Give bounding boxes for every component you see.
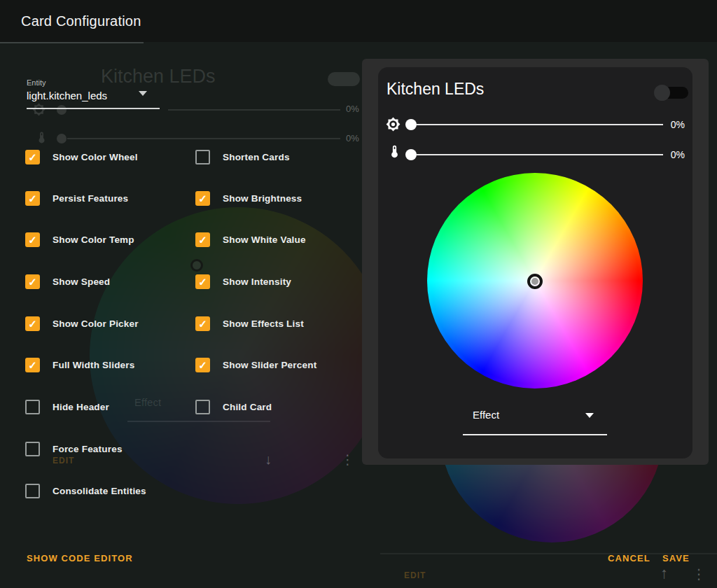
preview-panel: Kitchen LEDs 0% 0% (362, 59, 709, 465)
background-brightness-icon (32, 103, 46, 116)
checkbox-unchecked[interactable] (25, 484, 40, 498)
checkbox-label: Consolidate Entities (53, 486, 146, 496)
dialog-header: Card Configuration (0, 0, 717, 42)
entity-select[interactable]: light.kitchen_leds (27, 90, 107, 102)
checkbox-unchecked[interactable] (25, 442, 40, 456)
background-more-vert-icon: ⋮ (341, 451, 354, 468)
background-edit-button: EDIT (53, 456, 74, 465)
background-brightness-value: 0% (346, 104, 359, 114)
checkbox-checked[interactable]: ✓ (195, 191, 210, 206)
color-temp-slider-thumb[interactable] (405, 149, 417, 160)
checkbox-label: Show Slider Percent (223, 360, 316, 370)
header-scroll-indicator (0, 42, 144, 43)
checkbox-row-shorten-cards[interactable]: Shorten Cards (195, 149, 290, 164)
background-color-temp-track (67, 138, 340, 139)
color-wheel-cursor-dot (531, 278, 538, 285)
background-effect-underline (127, 421, 270, 422)
checkbox-checked[interactable]: ✓ (25, 358, 40, 372)
color-temp-value: 0% (657, 149, 685, 160)
checkbox-label: Show Color Picker (53, 318, 139, 329)
entity-field-label: Entity (27, 78, 46, 87)
background-down-arrow-icon: ↓ (265, 451, 272, 468)
checkbox-row-show-color-wheel[interactable]: ✓ Show Color Wheel (25, 149, 138, 164)
checkbox-row-consolidate-entities[interactable]: Consolidate Entities (25, 483, 146, 498)
background-wheel-cursor-icon (190, 259, 203, 272)
effect-dropdown-arrow-icon[interactable] (585, 413, 594, 418)
thermometer-icon (387, 144, 402, 159)
light-toggle[interactable] (654, 84, 690, 102)
checkbox-label: Shorten Cards (223, 152, 290, 162)
checkbox-row-hide-header[interactable]: Hide Header (25, 399, 109, 414)
checkbox-label: Show White Value (223, 234, 306, 245)
background-brightness-track (168, 109, 340, 111)
brightness-value: 0% (657, 119, 685, 130)
background-card-title: Kitchen LEDs (101, 66, 216, 88)
color-wheel-cursor-icon[interactable] (527, 274, 543, 289)
background-edit-button-right: EDIT (404, 570, 426, 580)
checkbox-row-show-color-temp[interactable]: ✓ Show Color Temp (25, 232, 134, 247)
checkbox-checked[interactable]: ✓ (25, 232, 40, 247)
checkbox-checked[interactable]: ✓ (25, 191, 40, 206)
checkbox-checked[interactable]: ✓ (195, 232, 210, 247)
effect-select[interactable]: Effect (473, 409, 499, 421)
background-toggle (328, 72, 360, 86)
checkbox-row-full-width-sliders[interactable]: ✓ Full Width Sliders (25, 357, 134, 372)
checkbox-checked[interactable]: ✓ (195, 358, 210, 372)
checkbox-row-show-color-picker[interactable]: ✓ Show Color Picker (25, 316, 139, 331)
entity-field-underline (27, 108, 160, 109)
toggle-knob[interactable] (654, 85, 670, 101)
checkbox-row-force-features[interactable]: Force Features (25, 441, 123, 456)
checkbox-checked[interactable]: ✓ (25, 150, 40, 164)
checkbox-label: Show Effects List (223, 318, 304, 329)
background-more-vert-icon-right: ⋮ (692, 566, 706, 582)
checkbox-checked[interactable]: ✓ (195, 274, 210, 289)
checkbox-label: Show Intensity (223, 276, 291, 287)
checkbox-label: Show Speed (53, 276, 110, 287)
checkbox-row-show-white-value[interactable]: ✓ Show White Value (195, 232, 306, 247)
checkbox-label: Hide Header (53, 402, 109, 412)
checkbox-label: Show Color Temp (53, 234, 134, 245)
show-code-editor-button[interactable]: SHOW CODE EDITOR (27, 553, 133, 564)
background-effect-label: Effect (134, 396, 161, 408)
checkbox-row-persist-features[interactable]: ✓ Persist Features (25, 190, 128, 206)
preview-card: Kitchen LEDs 0% 0% (378, 67, 692, 458)
checkbox-label: Full Width Sliders (53, 360, 134, 370)
background-brightness-thumb (57, 105, 67, 115)
background-up-arrow-icon: ↑ (660, 564, 668, 582)
preview-card-title: Kitchen LEDs (387, 80, 484, 99)
checkbox-checked[interactable]: ✓ (195, 316, 210, 331)
background-color-temp-thumb (57, 134, 67, 144)
dialog-title: Card Configuration (21, 13, 141, 29)
checkbox-unchecked[interactable] (25, 400, 40, 414)
checkbox-label: Persist Features (53, 193, 128, 204)
cancel-button[interactable]: CANCEL (608, 553, 650, 564)
checkbox-row-show-brightness[interactable]: ✓ Show Brightness (195, 190, 302, 206)
card-configuration-dialog: Kitchen LEDs 0% 0% Effect EDIT ↓ ⋮ EDIT … (0, 0, 717, 588)
checkbox-row-show-speed[interactable]: ✓ Show Speed (25, 274, 110, 289)
checkbox-row-show-slider-percent[interactable]: ✓ Show Slider Percent (195, 357, 316, 372)
checkbox-checked[interactable]: ✓ (25, 274, 40, 289)
brightness-slider-track[interactable] (417, 124, 663, 125)
checkbox-label: Show Color Wheel (53, 152, 138, 162)
background-color-temp-value: 0% (346, 133, 359, 144)
checkbox-unchecked[interactable] (195, 150, 210, 164)
checkbox-unchecked[interactable] (195, 400, 210, 414)
effect-select-underline (463, 434, 607, 435)
checkbox-checked[interactable]: ✓ (25, 316, 40, 331)
checkbox-label: Child Card (223, 402, 272, 412)
save-button[interactable]: SAVE (662, 553, 690, 564)
checkbox-row-show-effects-list[interactable]: ✓ Show Effects List (195, 316, 304, 331)
entity-dropdown-arrow-icon[interactable] (139, 91, 147, 96)
color-temp-slider-track[interactable] (417, 154, 663, 155)
checkbox-row-child-card[interactable]: Child Card (195, 399, 272, 414)
checkbox-label: Force Features (53, 444, 123, 454)
brightness-icon (386, 117, 401, 132)
checkbox-row-show-intensity[interactable]: ✓ Show Intensity (195, 274, 291, 289)
background-thermometer-icon (35, 131, 48, 144)
checkbox-label: Show Brightness (223, 193, 302, 204)
brightness-slider-thumb[interactable] (405, 119, 417, 130)
